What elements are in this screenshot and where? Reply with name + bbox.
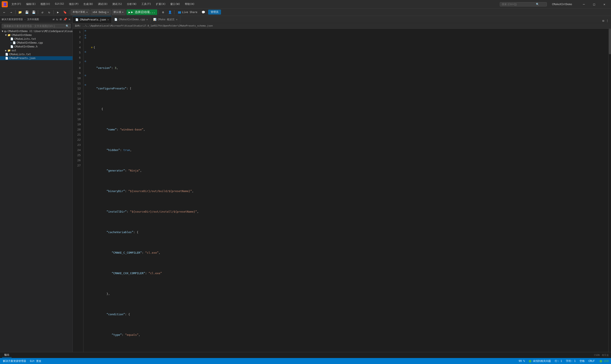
status-spaces[interactable]: 空格 [579, 359, 585, 363]
tab-cmake-cpp[interactable]: 📄 CMakeXIntDemo.cpp ✕ [112, 16, 151, 23]
admin-button[interactable]: 管理员 [208, 10, 221, 14]
file-icon-h: 📄 [10, 45, 13, 48]
vertical-scrollbar[interactable] [609, 29, 611, 352]
status-git-changes[interactable]: Git 更改 [29, 359, 42, 363]
menu-git[interactable]: Git(G) [53, 1, 66, 7]
solution-explorer-button[interactable]: 📁 [17, 9, 23, 15]
tabs-split-icon[interactable]: ⊟ [602, 19, 605, 23]
sidebar-sync-icon[interactable]: ⇄ [52, 17, 55, 21]
editor[interactable]: 1 2 3 4 5 6 7 8 9 10 11 12 13 14 15 16 1… [73, 29, 611, 352]
tab-cmake-overview[interactable]: 📊 CMake 概述页 ✕ [151, 16, 180, 23]
menu-debug[interactable]: 调试(D) [96, 1, 110, 7]
status-encoding[interactable]: CRLF [588, 360, 596, 363]
toolbar-sep-1 [15, 10, 16, 14]
tree-item-out[interactable]: ▶ 📁 out [0, 49, 73, 52]
tree-label-h: CMakeXIntDemo.h [14, 45, 38, 48]
tab-close-overview[interactable]: ✕ [176, 18, 177, 21]
fold-20[interactable]: ⊟ [83, 74, 87, 77]
fold-24[interactable]: ⊟ [83, 84, 87, 86]
redo-button[interactable]: ↻ [46, 9, 52, 15]
debug-icons[interactable]: ⚙ [160, 9, 166, 15]
code-line-1: ⊙{ [91, 45, 609, 50]
sidebar-pin-icon[interactable]: 📌 [63, 17, 67, 21]
fold-4[interactable]: ⊟ [83, 37, 87, 39]
menu-file[interactable]: 文件(F) [9, 1, 24, 7]
menu-project[interactable]: 项目(P) [67, 1, 81, 7]
fold-column: ⊟ ⊟ ⊟ ⊟ ⊟ ⊟ [83, 29, 88, 352]
platform-dropdown[interactable]: 本地计算机 ▾ [71, 9, 90, 15]
status-indicator[interactable]: ⬤ 未找到相关问题 [528, 359, 552, 363]
fold-3[interactable]: ⊟ [83, 34, 87, 37]
profile-button[interactable]: 👤 [167, 9, 173, 15]
line-num-15: 15 [75, 101, 81, 106]
sidebar-search-box[interactable]: 🔍 [2, 24, 71, 28]
run-button[interactable]: ▶ [55, 9, 61, 15]
fold-1[interactable]: ⊟ [83, 29, 87, 32]
save-all-button[interactable]: 💾 [31, 9, 37, 15]
line-num-17: 17 [75, 112, 81, 117]
save-button[interactable]: 💾 [24, 9, 30, 15]
status-zoom[interactable]: 99 % [518, 360, 526, 363]
sidebar-refresh-icon[interactable]: ↻ [56, 17, 58, 21]
menu-ext[interactable]: 扩展(X) [154, 1, 168, 7]
tab-cmakepresets[interactable]: 📄 CMakePresets.json ✕ [73, 16, 112, 23]
tree-item-cmake-int[interactable]: ▼ 📁 CMakeXIntDemo [0, 33, 73, 37]
status-position[interactable]: 行: 1 [554, 359, 563, 363]
tree-item-cpp[interactable]: + 📄 CMakeXIntDemo.cpp [0, 41, 73, 45]
status-col[interactable]: 字符: 1 [565, 359, 577, 363]
feedback-button[interactable]: 💬 [200, 9, 207, 15]
toolbar: ← → 📁 💾 💾 ↺ ↻ ▶ 🔖 本地计算机 ▾ x64 Debug ▾ 默认… [0, 9, 611, 16]
menu-view[interactable]: 视图(V) [38, 1, 52, 7]
sidebar-search-input[interactable] [4, 25, 66, 27]
sidebar-header: 解决方案资源管理器 - 文件夹视图 ⇄ ↻ ⊟ 📌 ✕ [0, 16, 73, 23]
fold-25 [83, 86, 87, 88]
menu-build[interactable]: 生成(B) [81, 1, 95, 7]
toolbar-sep-3 [53, 10, 54, 14]
start-run-button[interactable]: ▶ ▶ 选择启动项... [126, 9, 157, 15]
bottom-tab-output[interactable]: 输出 [2, 353, 12, 358]
tabs-menu-icon[interactable]: ⋮ [605, 19, 609, 23]
expand-icon: ▼ [2, 30, 3, 33]
code-line-9: “installDir”: “${sourceDir}/out/install/… [91, 209, 609, 214]
code-line-14: “condition”: { [91, 312, 609, 317]
sidebar-close-icon[interactable]: ✕ [68, 17, 71, 21]
close-button[interactable]: ✕ [599, 1, 609, 8]
sidebar-collapse-icon[interactable]: ⊟ [59, 17, 62, 21]
tab-close-cmakepresets[interactable]: ✕ [107, 18, 109, 21]
menu-analyze[interactable]: 分析(N) [125, 1, 139, 7]
expand-icon-2: ▼ [5, 34, 7, 37]
minimize-button[interactable]: ─ [579, 1, 589, 8]
menu-tools[interactable]: 工具(T) [139, 1, 153, 7]
tab-close-cpp[interactable]: ✕ [146, 18, 148, 21]
line-num-7: 7 [75, 60, 81, 65]
fold-10[interactable]: ⊟ [83, 51, 87, 53]
search-icon: 🔍 [536, 3, 539, 6]
title-search-input[interactable] [502, 3, 536, 6]
fold-14[interactable]: ⊟ [83, 60, 87, 63]
config-dropdown[interactable]: 默认值 ▾ [112, 9, 126, 15]
tree-item-root[interactable]: ▼ 🗂 CMakeXIntDemo (C:\Users\MI\CodeSpace… [0, 29, 73, 33]
code-editor[interactable]: ⊙{ “version”: 3, “configurePresets”: [ {… [88, 29, 609, 352]
folder-icon-out: 📁 [8, 49, 11, 52]
bookmark-button[interactable]: 🔖 [62, 9, 68, 15]
fold-21 [83, 77, 87, 79]
menu-window[interactable]: 窗口(W) [168, 1, 182, 7]
tree-item-cmakelists[interactable]: 📄 CMakeLists.txt [0, 37, 73, 41]
status-solution-explorer[interactable]: 解决方案资源管理器 [2, 359, 27, 363]
back-button[interactable]: ← [1, 9, 7, 15]
undo-button[interactable]: ↺ [39, 9, 45, 15]
tree-item-h[interactable]: 📄 CMakeXIntDemo.h [0, 45, 73, 49]
line-num-6: 6 [75, 55, 81, 60]
maximize-button[interactable]: □ [589, 1, 599, 8]
tree-item-cmakepresets[interactable]: 📄 CMakePresets.json [0, 56, 73, 60]
new-file-icon: + [10, 41, 12, 44]
line-num-18: 18 [75, 117, 81, 122]
forward-button[interactable]: → [8, 9, 14, 15]
menu-test[interactable]: 测试(S) [110, 1, 124, 7]
tree-item-cmakelists-root[interactable]: 📄 CMakeLists.txt [0, 52, 73, 56]
live-share-button[interactable]: 👥 Live Share [176, 10, 199, 14]
arch-dropdown[interactable]: x64 Debug ▾ [91, 9, 111, 15]
title-search-box[interactable]: 🔍 [500, 2, 547, 6]
menu-edit[interactable]: 编辑(E) [24, 1, 38, 7]
menu-help[interactable]: 帮助(H) [183, 1, 197, 7]
